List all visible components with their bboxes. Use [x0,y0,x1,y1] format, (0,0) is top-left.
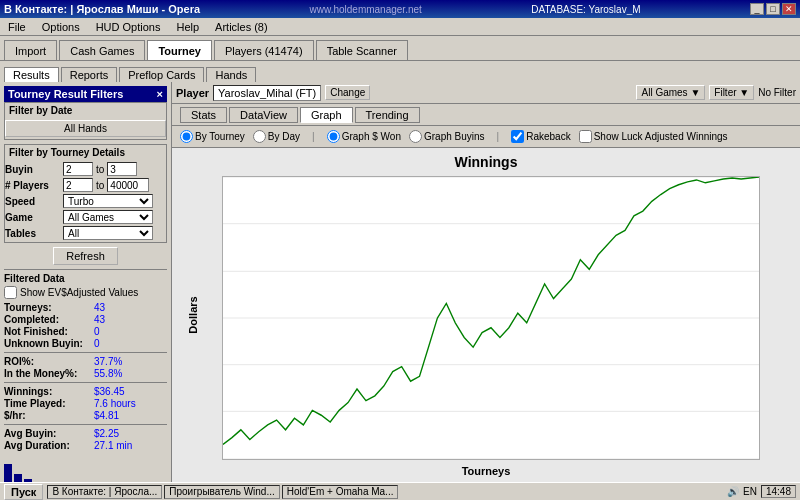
divider [4,269,167,270]
taskbar-items: В Контакте: | Яросла... Проигрыватель Wi… [47,485,727,499]
time-played-stat: Time Played: 7.6 hours [4,398,167,409]
avg-duration-stat: Avg Duration: 27.1 min [4,440,167,451]
players-filter-row: # Players to [5,178,166,192]
menu-help[interactable]: Help [172,20,203,34]
tables-label: Tables [5,228,60,239]
divider4 [4,424,167,425]
by-tourney-radio-label[interactable]: By Tourney [180,130,245,143]
filter-panel-close[interactable]: × [157,88,163,100]
y-axis-label: Dollars [187,296,199,333]
filter-panel-title: Tourney Result Filters × [4,86,167,102]
filter-by-date-section: Filter by Date All Hands [4,102,167,140]
graph-area: Winnings Dollars Tourneys $0 $8 $15 [172,148,800,482]
divider2 [4,352,167,353]
game-filter-row: Game All Games [5,210,166,224]
graph-buyins-radio-label[interactable]: Graph Buyins [409,130,485,143]
view-tab-stats[interactable]: Stats [180,107,227,123]
speed-label: Speed [5,196,60,207]
tables-select[interactable]: All [63,226,153,240]
menu-articles[interactable]: Articles (8) [211,20,272,34]
players-to[interactable] [107,178,149,192]
stats-section: Tourneys: 43 Completed: 43 Not Finished:… [4,302,167,451]
filter-by-date-title: Filter by Date [5,103,166,118]
change-player-btn[interactable]: Change [325,85,370,100]
player-label: Player [176,87,209,99]
right-panel: Player Yaroslav_Mihal (FT) Change All Ga… [172,82,800,482]
language-indicator: EN [743,486,757,497]
player-bar: Player Yaroslav_Mihal (FT) Change All Ga… [172,82,800,104]
not-finished-stat: Not Finished: 0 [4,326,167,337]
view-tab-dataview[interactable]: DataView [229,107,298,123]
speed-filter-row: Speed Turbo Normal [5,194,166,208]
avg-buyin-stat: Avg Buyin: $2.25 [4,428,167,439]
options-bar: By Tourney By Day | Graph $ Won Graph Bu… [172,126,800,148]
luck-adj-check-label[interactable]: Show Luck Adjusted Winnings [579,130,728,143]
title-bar-db: DATABASE: Yaroslav_M [531,4,640,15]
speaker-icon: 🔊 [727,486,739,497]
filter-dropdown[interactable]: Filter ▼ [709,85,754,100]
subtab-hands[interactable]: Hands [206,67,256,82]
game-select[interactable]: All Games [63,210,153,224]
tab-players[interactable]: Players (41474) [214,40,314,60]
all-games-dropdown[interactable]: All Games ▼ [636,85,705,100]
buyin-label: Buyin [5,164,60,175]
taskbar-right: 🔊 EN 14:48 [727,485,796,498]
refresh-btn[interactable]: Refresh [53,247,118,265]
by-day-radio-label[interactable]: By Day [253,130,300,143]
by-tourney-radio[interactable] [180,130,193,143]
start-btn[interactable]: Пуск [4,484,43,500]
speed-select[interactable]: Turbo Normal [63,194,153,208]
roi-stat: ROI%: 37.7% [4,356,167,367]
minimize-btn[interactable]: _ [750,3,764,15]
menu-file[interactable]: File [4,20,30,34]
menu-hud-options[interactable]: HUD Options [92,20,165,34]
all-hands-btn[interactable]: All Hands [5,120,166,137]
graph-buyins-radio[interactable] [409,130,422,143]
players-label: # Players [5,180,60,191]
maximize-btn[interactable]: □ [766,3,780,15]
tab-table-scanner[interactable]: Table Scanner [316,40,408,60]
taskbar-item-1[interactable]: Проигрыватель Wind... [164,485,279,499]
view-tab-trending[interactable]: Trending [355,107,420,123]
subtab-results[interactable]: Results [4,67,59,82]
left-panel: Tourney Result Filters × Filter by Date … [0,82,172,482]
no-filter-label: No Filter [758,87,796,98]
subtab-reports[interactable]: Reports [61,67,118,82]
title-bar: В Контакте: | Ярослав Миши - Opera www.h… [0,0,800,18]
buyin-from[interactable] [63,162,93,176]
tab-import[interactable]: Import [4,40,57,60]
graph-won-radio-label[interactable]: Graph $ Won [327,130,401,143]
taskbar-item-2[interactable]: Hold'Em + Omaha Ma... [282,485,399,499]
completed-stat: Completed: 43 [4,314,167,325]
graph-svg: $0 $8 $15 $23 $31 $39 $0 $8 $15 $23 $31 … [223,177,759,459]
taskbar-item-0[interactable]: В Контакте: | Яросла... [47,485,162,499]
view-tab-graph[interactable]: Graph [300,107,353,123]
subtab-preflop-cards[interactable]: Preflop Cards [119,67,204,82]
main-tabs: Import Cash Games Tourney Players (41474… [0,36,800,60]
graph-container: $0 $8 $15 $23 $31 $39 $0 $8 $15 $23 $31 … [222,176,760,460]
close-btn[interactable]: ✕ [782,3,796,15]
tab-cash-games[interactable]: Cash Games [59,40,145,60]
x-axis-label: Tourneys [462,465,511,477]
taskbar: Пуск В Контакте: | Яросла... Проигрывате… [0,482,800,500]
title-bar-title: В Контакте: | Ярослав Миши - Opera [4,3,200,15]
game-label: Game [5,212,60,223]
luck-adj-checkbox[interactable] [579,130,592,143]
rakeback-checkbox[interactable] [511,130,524,143]
players-from[interactable] [63,178,93,192]
dollar-per-hr-stat: $/hr: $4.81 [4,410,167,421]
taskbar-clock: 14:48 [761,485,796,498]
tourneys-stat: Tourneys: 43 [4,302,167,313]
tab-tourney[interactable]: Tourney [147,40,212,60]
by-day-radio[interactable] [253,130,266,143]
ev-adjusted-row: Show EV$Adjusted Values [4,286,167,299]
ev-adjusted-checkbox[interactable] [4,286,17,299]
view-tabs: Stats DataView Graph Trending [172,104,800,126]
buyin-to[interactable] [107,162,137,176]
rakeback-check-label[interactable]: Rakeback [511,130,570,143]
sub-tabs: Results Reports Preflop Cards Hands [0,60,800,82]
buyin-filter-row: Buyin to [5,162,166,176]
graph-won-radio[interactable] [327,130,340,143]
menu-bar: File Options HUD Options Help Articles (… [0,18,800,36]
menu-options[interactable]: Options [38,20,84,34]
